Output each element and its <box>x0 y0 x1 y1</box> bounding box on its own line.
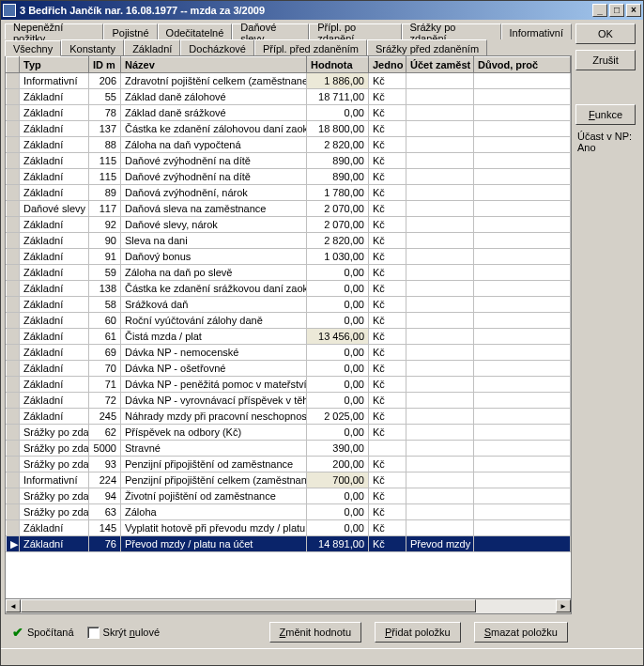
checkbox-icon[interactable] <box>87 627 100 639</box>
cell <box>474 472 571 488</box>
column-header[interactable]: ID m <box>89 57 121 73</box>
table-row[interactable]: Základní70Dávka NP - ošetřovné0,00Kč <box>7 361 571 377</box>
cancel-button[interactable]: Zrušit <box>575 50 636 70</box>
tab-všechny[interactable]: Všechny <box>5 40 61 56</box>
cell: Daňové slevy, nárok <box>121 217 307 233</box>
tab-row-1: Nepeněžní požitkyPojistnéOdečitatelnéDaň… <box>5 23 572 39</box>
cell <box>474 329 571 345</box>
delete-item-button[interactable]: Smazat položku <box>474 622 568 643</box>
cell <box>474 377 571 393</box>
table-row[interactable]: Základní88Záloha na daň vypočtená2 820,0… <box>7 137 571 153</box>
table-row[interactable]: Základní78Základ daně srážkové0,00Kč <box>7 105 571 121</box>
cell: Částka ke zdanění zálohovou daní zaok <box>121 121 307 137</box>
ok-button[interactable]: OK <box>575 23 636 44</box>
tab-přípl.-před-zdaněním[interactable]: Přípl. před zdaněním <box>254 39 367 55</box>
column-header[interactable]: Hodnota <box>307 57 369 73</box>
table-row[interactable]: Srážky po zda5000Stravné390,00 <box>7 441 571 457</box>
cell <box>406 520 474 536</box>
status-computed: ✔ Spočítaná <box>8 625 74 640</box>
hide-zero-checkbox[interactable]: Skrýt nulové <box>87 627 161 639</box>
cell: Kč <box>369 89 406 105</box>
status-text: Spočítaná <box>27 627 74 638</box>
row-indicator <box>7 409 20 425</box>
cell: Penzijní připojištění celkem (zaměstnane <box>121 472 307 488</box>
tab-základní[interactable]: Základní <box>124 39 180 55</box>
row-indicator <box>7 185 20 201</box>
table-row[interactable]: Základní71Dávka NP - peněžitá pomoc v ma… <box>7 377 571 393</box>
column-header[interactable]: Důvod, proč <box>474 57 571 73</box>
column-header[interactable]: Typ <box>20 57 89 73</box>
table-row[interactable]: Základní58Srážková daň0,00Kč <box>7 297 571 313</box>
cell: Srážky po zda <box>20 457 89 472</box>
tab-srážky-před-zdaněním[interactable]: Srážky před zdaněním <box>367 39 487 55</box>
table-row[interactable]: Základní145Vyplatit hotově při převodu m… <box>7 520 571 536</box>
table-row[interactable]: Základní115Daňové zvýhodnění na dítě890,… <box>7 153 571 169</box>
table-row[interactable]: Základní72Dávka NP - vyrovnávací příspěv… <box>7 393 571 409</box>
scroll-right-icon[interactable]: ► <box>556 599 571 612</box>
table-row[interactable]: Základní55Základ daně zálohové18 711,00K… <box>7 89 571 105</box>
column-header[interactable]: Název <box>121 57 307 73</box>
cell: Daňová sleva na zaměstnance <box>121 201 307 217</box>
table-row[interactable]: Základní138Částka ke zdanění srážkovou d… <box>7 281 571 297</box>
cell: 700,00 <box>307 472 369 488</box>
table-row[interactable]: Srážky po zda63Záloha0,00Kč <box>7 504 571 520</box>
minimize-button[interactable]: _ <box>592 4 607 17</box>
tab-daňové-slevy[interactable]: Daňové slevy <box>232 23 309 39</box>
cell: Informativní <box>20 472 89 488</box>
cell <box>406 361 474 377</box>
cell <box>406 313 474 329</box>
cell: Informativní <box>20 73 89 89</box>
table-row[interactable]: Základní91Daňový bonus1 030,00Kč <box>7 249 571 265</box>
cell: Kč <box>369 345 406 361</box>
scroll-left-icon[interactable]: ◄ <box>6 599 21 612</box>
row-indicator <box>7 249 20 265</box>
table-row[interactable]: Daňové slevy117Daňová sleva na zaměstnan… <box>7 201 571 217</box>
table-row[interactable]: ▶Základní76Převod mzdy / platu na účet14… <box>7 536 571 552</box>
table-row[interactable]: Základní61Čistá mzda / plat13 456,00Kč <box>7 329 571 345</box>
cell: 1 030,00 <box>307 249 369 265</box>
column-header[interactable]: Jedno <box>369 57 406 73</box>
column-header[interactable]: Účet zaměst <box>406 57 474 73</box>
table-row[interactable]: Základní69Dávka NP - nemocenské0,00Kč <box>7 345 571 361</box>
close-button[interactable]: × <box>626 4 641 17</box>
cell: 0,00 <box>307 297 369 313</box>
add-item-button[interactable]: Přidat položku <box>375 622 461 643</box>
cell: Srážky po zda <box>20 425 89 441</box>
tab-odečitatelné[interactable]: Odečitatelné <box>158 23 233 39</box>
horizontal-scrollbar[interactable]: ◄ ► <box>6 598 571 613</box>
table-row[interactable]: Základní115Daňové zvýhodnění na dítě890,… <box>7 169 571 185</box>
table-row[interactable]: Srážky po zda62Příspěvek na odbory (Kč)0… <box>7 425 571 441</box>
row-indicator <box>7 297 20 313</box>
cell: Základ daně zálohové <box>121 89 307 105</box>
cell <box>406 345 474 361</box>
tab-srážky-po-zdanění[interactable]: Srážky po zdanění <box>402 23 501 39</box>
cell <box>406 233 474 249</box>
cell: 0,00 <box>307 425 369 441</box>
table-row[interactable]: Základní137Částka ke zdanění zálohovou d… <box>7 121 571 137</box>
table-row[interactable]: Základní89Daňová zvýhodnění, nárok1 780,… <box>7 185 571 201</box>
tab-docházkové[interactable]: Docházkové <box>180 39 254 55</box>
change-value-button[interactable]: Změnit hodnotu <box>269 622 361 643</box>
table-row[interactable]: Základní92Daňové slevy, nárok2 070,00Kč <box>7 217 571 233</box>
table-row[interactable]: Základní90Sleva na dani2 820,00Kč <box>7 233 571 249</box>
table-row[interactable]: Základní60Roční vyúčtování zálohy daně0,… <box>7 313 571 329</box>
cell: Kč <box>369 169 406 185</box>
table-row[interactable]: Srážky po zda93Penzijní připojištění od … <box>7 457 571 472</box>
table-row[interactable]: Srážky po zda94Životní pojištění od zamě… <box>7 488 571 504</box>
tab-konstanty[interactable]: Konstanty <box>61 39 124 55</box>
cell: Kč <box>369 457 406 472</box>
tab-pojistné[interactable]: Pojistné <box>103 23 157 39</box>
cell: Základní <box>20 89 89 105</box>
functions-button[interactable]: Funkce <box>575 104 636 125</box>
table-row[interactable]: Základní59Záloha na daň po slevě0,00Kč <box>7 265 571 281</box>
cell <box>406 504 474 520</box>
cell <box>474 488 571 504</box>
table-row[interactable]: Informativní206Zdravotní pojištění celke… <box>7 73 571 89</box>
tab-nepeněžní-požitky[interactable]: Nepeněžní požitky <box>5 23 103 39</box>
cell: 59 <box>89 265 121 281</box>
tab-informativní[interactable]: Informativní <box>501 23 572 39</box>
tab-přípl.-po-zdanění[interactable]: Přípl. po zdanění <box>309 23 401 39</box>
maximize-button[interactable]: □ <box>609 4 624 17</box>
table-row[interactable]: Informativní224Penzijní připojištění cel… <box>7 472 571 488</box>
table-row[interactable]: Základní245Náhrady mzdy při pracovní nes… <box>7 409 571 425</box>
